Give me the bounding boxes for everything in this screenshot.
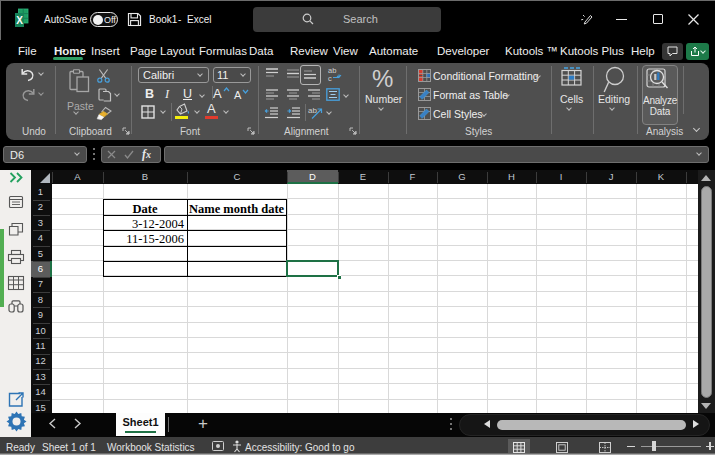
svg-text:c: c <box>328 74 332 83</box>
svg-text:X: X <box>16 15 23 26</box>
